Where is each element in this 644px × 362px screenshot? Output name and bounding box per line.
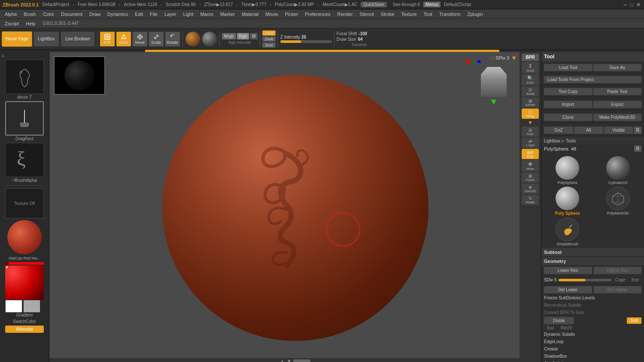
- draw-button[interactable]: Draw: [116, 31, 131, 47]
- home-page-button[interactable]: Home Page: [2, 31, 32, 47]
- gray-swatch[interactable]: [23, 300, 40, 313]
- reconstruct-subdiv-button[interactable]: Reconstruct Subdiv: [541, 302, 644, 309]
- zsub-button[interactable]: Zsub: [262, 36, 276, 42]
- menu-draw[interactable]: Draw: [86, 11, 103, 18]
- load-tools-from-project-button[interactable]: Load Tools From Project: [544, 76, 641, 83]
- quicksave-button[interactable]: QuickSave: [361, 2, 386, 7]
- color-picker[interactable]: [5, 265, 44, 300]
- tool-polysphere-2[interactable]: Poly Sphere: [543, 187, 592, 216]
- mrgb-button[interactable]: Mrgb: [222, 33, 236, 39]
- higher-res-button[interactable]: Higher Res: [594, 267, 642, 274]
- arrow-left-icon[interactable]: ◀: [489, 54, 494, 61]
- menu-help[interactable]: Help: [23, 20, 39, 27]
- maximize-icon[interactable]: □: [629, 2, 634, 8]
- actual-button[interactable]: ⊡ Actual: [522, 86, 539, 97]
- zcut-button[interactable]: Zcut: [262, 42, 276, 48]
- menu-picker[interactable]: Picker: [282, 11, 301, 18]
- menu-macro[interactable]: Macro: [197, 11, 216, 18]
- material-ball-2[interactable]: [202, 31, 217, 47]
- move-canvas-button[interactable]: ✥ Move: [522, 160, 539, 172]
- zoom3d-button[interactable]: ⊕ Zoom3D: [522, 184, 539, 194]
- menu-material[interactable]: Material: [239, 11, 261, 18]
- persp-button[interactable]: ⬡ Persp: [522, 109, 539, 119]
- polysphere-r-button[interactable]: R: [634, 145, 641, 152]
- move-button[interactable]: Move: [132, 31, 148, 47]
- floor-button[interactable]: ⊟ Floor: [522, 127, 539, 137]
- lightbox-tools-lightbox[interactable]: Lightbox: [544, 139, 560, 143]
- crease-button[interactable]: Crease: [541, 345, 644, 353]
- smt-button[interactable]: Smt: [627, 317, 641, 324]
- tool-cylinder3d[interactable]: CylinderD3: [594, 156, 643, 185]
- claypolish-button[interactable]: ClayPolish: [541, 360, 644, 362]
- goz-button[interactable]: GoZ: [544, 127, 573, 134]
- menu-preferences[interactable]: Preferences: [302, 11, 333, 18]
- live-boolean-button[interactable]: Live Boolean: [61, 31, 95, 47]
- edit-button[interactable]: Edit: [100, 31, 115, 47]
- menus-button[interactable]: Menus: [423, 2, 440, 7]
- aahalf-button[interactable]: ⊞ AAHalf: [522, 97, 539, 108]
- rgb-button[interactable]: Rgb: [237, 33, 249, 39]
- clone-button[interactable]: Clone: [544, 114, 592, 121]
- left-tool-decor7[interactable]: decor 7: [5, 60, 44, 100]
- menu-tool[interactable]: Tool: [421, 11, 435, 18]
- tool-simplebrush[interactable]: SimpleBrush: [543, 217, 592, 246]
- menu-alpha[interactable]: Alpha: [2, 11, 20, 18]
- tool-polysphere-1[interactable]: PolySphere: [543, 156, 592, 185]
- lower-res-button[interactable]: Lower Res: [544, 267, 592, 274]
- expand-icon[interactable]: ▼: [528, 120, 533, 126]
- texture-off-area[interactable]: Texture Off: [5, 188, 44, 218]
- paste-tool-button[interactable]: Paste Tool: [593, 88, 642, 95]
- visible-button[interactable]: Visible: [604, 127, 633, 134]
- z-intensity-slider[interactable]: [280, 40, 332, 43]
- white-swatch[interactable]: [5, 300, 22, 313]
- left-tool-brushalpha[interactable]: ξ ~BrushAlpha: [5, 143, 44, 183]
- model-thumbnail-icon[interactable]: [481, 67, 507, 97]
- shadowbox-button[interactable]: ShadowBox: [541, 353, 644, 360]
- divide-button[interactable]: Divide: [544, 317, 574, 324]
- menu-stroke[interactable]: Stroke: [378, 11, 398, 18]
- rstr-button[interactable]: Rstr: [629, 277, 641, 283]
- cage-button[interactable]: Cage: [613, 277, 628, 283]
- menu-render[interactable]: Render: [334, 11, 356, 18]
- switchcolor-label[interactable]: SwitchColor: [13, 319, 36, 324]
- import-button[interactable]: Import: [544, 101, 592, 108]
- tool-polymesh3d[interactable]: PolyMesh3D: [594, 187, 643, 216]
- gxyz-button[interactable]: xyz Gxyz: [522, 149, 539, 159]
- m-button[interactable]: M: [250, 33, 258, 39]
- scroll-left-icon[interactable]: ▲: [280, 358, 285, 362]
- canvas-area[interactable]: ◀ SPix 3 ▼ ◀ ▲ ■ ▼ BPR ⇕ Scroll: [49, 52, 541, 362]
- main-3d-sphere[interactable]: [162, 75, 428, 341]
- minimize-icon[interactable]: ─: [623, 2, 628, 8]
- left-tool-dragrect[interactable]: DragRect: [5, 101, 44, 141]
- load-tool-button[interactable]: Load Tool: [544, 64, 592, 71]
- tool-copy-button[interactable]: Tool Copy: [544, 88, 592, 95]
- rotate-canvas-button[interactable]: ↻ Rotate: [522, 195, 539, 205]
- bpr-button[interactable]: BPR: [522, 54, 539, 61]
- menu-light[interactable]: Light: [180, 11, 197, 18]
- export-button[interactable]: Export: [593, 101, 642, 108]
- zadd-button[interactable]: Zadd: [262, 30, 276, 36]
- zoom-button[interactable]: 🔍 Zoom: [522, 74, 539, 85]
- horizontal-scroll-handle[interactable]: [293, 359, 310, 362]
- menu-document[interactable]: Document: [58, 11, 85, 18]
- reuv-button[interactable]: ReUV: [558, 325, 575, 331]
- lightbox-tools-tools[interactable]: Tools: [566, 139, 576, 143]
- see-through-label[interactable]: See-through 0: [393, 2, 420, 7]
- suv-button[interactable]: Suv: [544, 325, 556, 331]
- menu-edit[interactable]: Edit: [132, 11, 146, 18]
- menu-dynamics[interactable]: Dynamics: [104, 11, 131, 18]
- freeze-subdiv-button[interactable]: Freeze SubDivision Levels: [541, 294, 644, 302]
- menu-file[interactable]: File: [147, 11, 161, 18]
- subtool-header[interactable]: Subtool: [541, 248, 644, 257]
- menu-zplugin[interactable]: Zplugin: [464, 11, 486, 18]
- geometry-header[interactable]: Geometry: [541, 257, 644, 266]
- r-button[interactable]: R: [634, 127, 641, 134]
- menu-color[interactable]: Color: [40, 11, 57, 18]
- save-as-button[interactable]: Save As: [593, 64, 642, 71]
- close-icon[interactable]: ✕: [635, 2, 641, 8]
- menu-layer[interactable]: Layer: [161, 11, 179, 18]
- rotate-button[interactable]: Rotate: [165, 31, 180, 47]
- menu-marker[interactable]: Marker: [217, 11, 238, 18]
- dynamic-subdiv-button[interactable]: Dynamic Subdiv: [541, 331, 644, 338]
- lightbox-button[interactable]: LightBox: [33, 31, 59, 47]
